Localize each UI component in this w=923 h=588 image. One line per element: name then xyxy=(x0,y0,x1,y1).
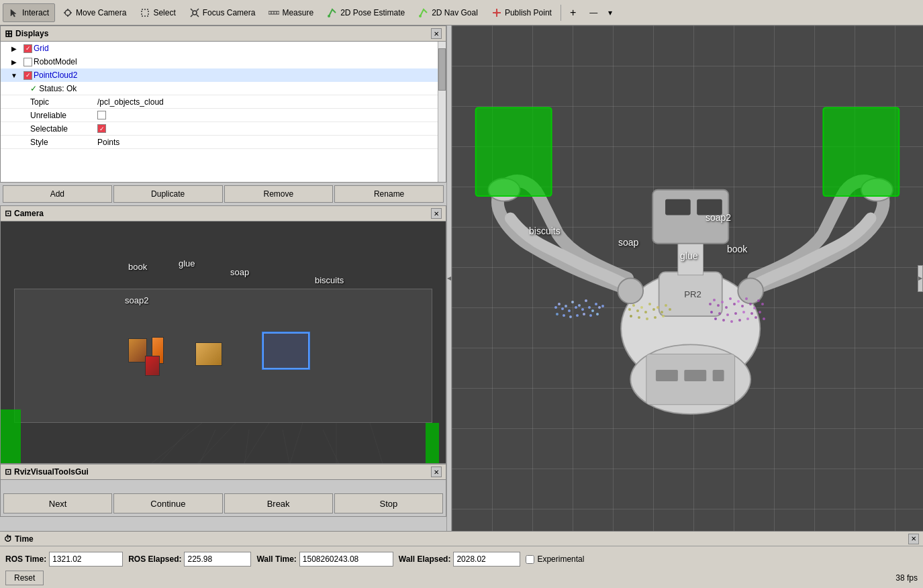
svg-point-4 xyxy=(328,15,330,17)
point-icon xyxy=(491,7,502,18)
remove-button[interactable]: Remove xyxy=(224,185,334,203)
svg-line-21 xyxy=(101,430,189,463)
svg-line-12 xyxy=(202,423,269,463)
next-button[interactable]: Next xyxy=(3,493,112,513)
pointcloud2-checkbox[interactable] xyxy=(23,71,32,80)
unreliable-checkbox[interactable] xyxy=(97,111,106,119)
style-name: Style xyxy=(3,138,97,147)
svg-point-86 xyxy=(725,306,728,309)
add-button[interactable]: Add xyxy=(3,185,112,203)
svg-point-60 xyxy=(563,314,565,317)
svg-point-89 xyxy=(737,300,740,303)
wall-elapsed-input[interactable] xyxy=(453,552,520,567)
reset-button[interactable]: Reset xyxy=(5,571,44,585)
svg-rect-41 xyxy=(656,370,678,381)
object-soap2 xyxy=(145,356,160,376)
stop-button[interactable]: Stop xyxy=(334,493,443,513)
svg-point-84 xyxy=(717,304,720,307)
measure-button[interactable]: Measure xyxy=(262,3,320,22)
property-row-unreliable: Unreliable xyxy=(1,109,446,122)
tree-item-robotmodel[interactable]: ▶ RobotModel xyxy=(1,55,446,68)
break-button[interactable]: Break xyxy=(224,493,333,513)
displays-panel-header: ⊞ Displays ✕ xyxy=(0,26,446,42)
wall-time-input[interactable] xyxy=(299,552,393,567)
ros-time-input[interactable] xyxy=(49,552,123,567)
dropdown-button[interactable]: ▾ xyxy=(605,3,616,22)
right-collapse-handle[interactable]: ▶ xyxy=(918,265,923,292)
svg-point-106 xyxy=(738,319,741,322)
time-close-button[interactable]: ✕ xyxy=(908,534,919,544)
svg-point-57 xyxy=(598,306,601,309)
select-button[interactable]: Select xyxy=(134,3,181,22)
displays-close-button[interactable]: ✕ xyxy=(431,28,442,39)
property-row-selectable: Selectable xyxy=(1,122,446,136)
svg-point-109 xyxy=(763,317,765,320)
svg-point-66 xyxy=(628,308,631,311)
svg-point-69 xyxy=(640,306,643,309)
svg-line-24 xyxy=(283,430,303,463)
nav-goal-label: 2D Nav Goal xyxy=(432,8,478,17)
right-green-box xyxy=(426,423,439,463)
svg-point-62 xyxy=(576,314,579,317)
nav-goal-button[interactable]: 2D Nav Goal xyxy=(412,3,484,22)
interact-button[interactable]: Interact xyxy=(3,3,55,22)
main-viewport-panel[interactable]: PR2 xyxy=(452,26,923,531)
robotmodel-checkbox[interactable] xyxy=(23,58,32,66)
svg-point-54 xyxy=(588,306,591,309)
pointcloud2-expand[interactable]: ▼ xyxy=(10,71,18,79)
duplicate-button[interactable]: Duplicate xyxy=(113,185,223,203)
svg-point-6 xyxy=(495,11,498,14)
svg-rect-1 xyxy=(142,9,148,16)
robotmodel-label: RobotModel xyxy=(34,57,443,66)
svg-point-0 xyxy=(65,10,70,15)
rviz-icon: ⊡ xyxy=(5,467,11,477)
svg-point-2 xyxy=(193,11,197,15)
svg-point-78 xyxy=(638,316,640,319)
svg-line-25 xyxy=(323,430,370,463)
grid-expand[interactable]: ▶ xyxy=(10,44,18,52)
publish-point-button[interactable]: Publish Point xyxy=(485,3,558,22)
ros-elapsed-input[interactable] xyxy=(184,552,251,567)
displays-title-text: Displays xyxy=(15,29,48,38)
time-title-text: Time xyxy=(15,534,34,544)
point-cloud-olive xyxy=(623,291,677,328)
camera-content[interactable]: book glue soap biscuits soap2 xyxy=(0,222,446,464)
pose-estimate-button[interactable]: 2D Pose Estimate xyxy=(321,3,411,22)
grid-checkbox[interactable] xyxy=(23,44,32,53)
svg-point-79 xyxy=(646,317,648,320)
object-book xyxy=(128,338,147,362)
tree-item-grid[interactable]: ▶ Grid xyxy=(1,42,446,55)
minus-icon-button[interactable]: — xyxy=(583,3,603,22)
svg-point-58 xyxy=(601,305,604,307)
selectable-checkbox[interactable] xyxy=(97,124,106,133)
rviz-close-button[interactable]: ✕ xyxy=(431,467,442,477)
svg-point-96 xyxy=(710,311,713,313)
svg-point-68 xyxy=(636,309,639,312)
svg-rect-35 xyxy=(476,107,552,196)
svg-point-70 xyxy=(644,311,647,313)
add-icon-button[interactable]: + xyxy=(564,3,582,22)
pose-estimate-label: 2D Pose Estimate xyxy=(340,8,405,17)
status-name: ✓ Status: Ok xyxy=(3,84,97,93)
svg-point-105 xyxy=(730,320,733,323)
rviz-panel-header: ⊡ RvizVisualToolsGui ✕ xyxy=(0,464,446,480)
robotmodel-expand[interactable]: ▶ xyxy=(10,58,18,66)
svg-point-108 xyxy=(755,316,757,319)
camera-close-button[interactable]: ✕ xyxy=(431,208,442,219)
experimental-checkbox[interactable] xyxy=(526,555,534,564)
tree-item-pointcloud2[interactable]: ▼ PointCloud2 xyxy=(1,68,446,82)
svg-rect-33 xyxy=(665,199,691,215)
move-camera-button[interactable]: Move Camera xyxy=(56,3,132,22)
scrollbar-thumb[interactable] xyxy=(438,48,446,91)
style-value: Points xyxy=(97,138,443,147)
grid-label: Grid xyxy=(34,44,443,53)
focus-camera-button[interactable]: Focus Camera xyxy=(183,3,262,22)
rename-button[interactable]: Rename xyxy=(334,185,444,203)
point-cloud-purple xyxy=(703,284,771,328)
panel-resize-handle[interactable]: ◀ xyxy=(446,26,452,531)
continue-button[interactable]: Continue xyxy=(113,493,222,513)
displays-scrollbar[interactable] xyxy=(438,42,446,182)
toolbar-separator xyxy=(561,5,561,21)
svg-point-88 xyxy=(733,303,736,305)
wall-time-group: Wall Time: xyxy=(256,552,393,567)
